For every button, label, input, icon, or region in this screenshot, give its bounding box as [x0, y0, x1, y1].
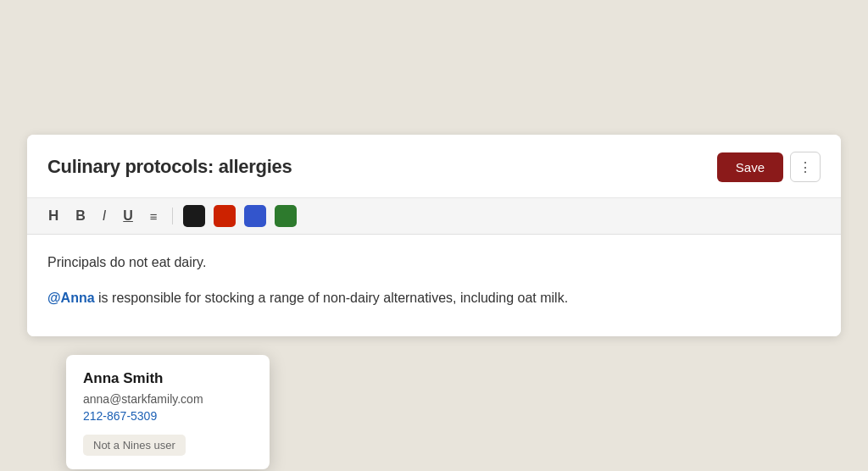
- color-green-button[interactable]: [275, 205, 297, 227]
- more-menu-button[interactable]: ⋮: [790, 152, 821, 182]
- color-blue-button[interactable]: [244, 205, 266, 227]
- heading-button[interactable]: H: [44, 205, 63, 227]
- list-button[interactable]: ≡: [146, 207, 162, 226]
- editor-content[interactable]: Principals do not eat dairy. @Anna is re…: [27, 235, 841, 336]
- popup-contact-phone[interactable]: 212-867-5309: [83, 409, 253, 423]
- paragraph-1: Principals do not eat dairy.: [47, 252, 821, 274]
- paragraph-2-text: is responsible for stocking a range of n…: [95, 291, 569, 305]
- save-button[interactable]: Save: [717, 152, 783, 182]
- page-title: Culinary protocols: allergies: [47, 156, 292, 178]
- mention-popup: Anna Smith anna@starkfamily.com 212-867-…: [66, 355, 270, 469]
- paragraph-2: @Anna is responsible for stocking a rang…: [47, 287, 821, 309]
- underline-button[interactable]: U: [119, 206, 137, 226]
- color-black-button[interactable]: [183, 205, 205, 227]
- header-actions: Save ⋮: [717, 152, 821, 182]
- color-red-button[interactable]: [214, 205, 236, 227]
- editor-header: Culinary protocols: allergies Save ⋮: [27, 135, 841, 198]
- editor-card: Culinary protocols: allergies Save ⋮ H B…: [27, 135, 841, 336]
- not-nines-user-badge: Not a Nines user: [83, 435, 186, 456]
- bold-button[interactable]: B: [71, 206, 90, 226]
- more-icon: ⋮: [798, 159, 813, 175]
- editor-toolbar: H B I U ≡: [27, 198, 841, 235]
- popup-contact-name: Anna Smith: [83, 370, 253, 387]
- italic-button[interactable]: I: [98, 206, 110, 226]
- toolbar-divider: [172, 208, 173, 224]
- page-wrapper: Culinary protocols: allergies Save ⋮ H B…: [27, 135, 841, 336]
- popup-contact-email: anna@starkfamily.com: [83, 392, 253, 406]
- mention-anna[interactable]: @Anna: [47, 291, 95, 305]
